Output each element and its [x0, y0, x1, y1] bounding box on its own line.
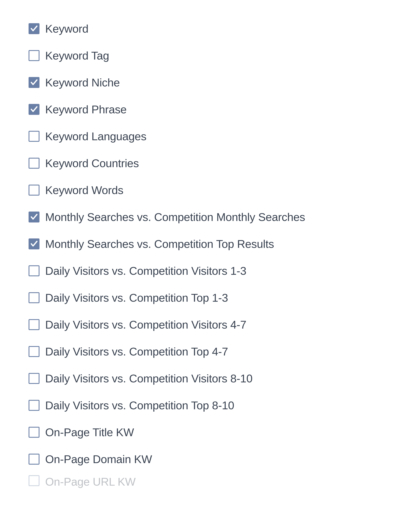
checkbox-checked-icon[interactable]	[29, 239, 39, 249]
checkbox-label: Keyword	[45, 22, 88, 35]
checkbox-checked-icon[interactable]	[29, 77, 39, 88]
checkbox-label: Keyword Tag	[45, 49, 109, 62]
checkbox-checked-icon[interactable]	[29, 212, 39, 223]
checkbox-unchecked-icon[interactable]	[29, 185, 39, 196]
checkbox-row[interactable]: Daily Visitors vs. Competition Top 4-7	[29, 338, 420, 365]
checkbox-row[interactable]: Monthly Searches vs. Competition Top Res…	[29, 230, 420, 257]
checkbox-unchecked-icon[interactable]	[29, 454, 39, 465]
checkbox-label: Daily Visitors vs. Competition Visitors …	[45, 372, 253, 385]
checkbox-label: Keyword Words	[45, 184, 123, 197]
checkbox-label: Daily Visitors vs. Competition Top 1-3	[45, 291, 228, 304]
checkbox-row[interactable]: On-Page Title KW	[29, 419, 420, 446]
checkbox-row[interactable]: Keyword Countries	[29, 150, 420, 177]
checkbox-unchecked-icon[interactable]	[29, 319, 39, 330]
checkbox-checked-icon[interactable]	[29, 23, 39, 34]
checkbox-row[interactable]: Keyword Phrase	[29, 96, 420, 123]
checkbox-row[interactable]: Keyword Languages	[29, 123, 420, 150]
checkbox-unchecked-icon[interactable]	[29, 158, 39, 169]
checkbox-unchecked-icon[interactable]	[29, 265, 39, 276]
checkbox-unchecked-icon[interactable]	[29, 131, 39, 142]
checkbox-unchecked-icon[interactable]	[29, 475, 39, 486]
checkbox-label: On-Page Title KW	[45, 426, 134, 439]
checkbox-row[interactable]: Keyword Tag	[29, 42, 420, 69]
checkbox-label: Daily Visitors vs. Competition Visitors …	[45, 318, 246, 331]
checkbox-unchecked-icon[interactable]	[29, 427, 39, 438]
checkbox-row[interactable]: Keyword Words	[29, 177, 420, 203]
checkbox-label: Keyword Niche	[45, 76, 120, 89]
checkbox-label: Keyword Languages	[45, 130, 146, 143]
checkbox-unchecked-icon[interactable]	[29, 292, 39, 303]
checkbox-label: Daily Visitors vs. Competition Visitors …	[45, 264, 246, 277]
checkbox-label: Daily Visitors vs. Competition Top 8-10	[45, 399, 234, 412]
checkbox-row[interactable]: Monthly Searches vs. Competition Monthly…	[29, 203, 420, 230]
checkbox-label: Monthly Searches vs. Competition Monthly…	[45, 210, 305, 224]
checkbox-row[interactable]: On-Page Domain KW	[29, 446, 420, 472]
checkbox-unchecked-icon[interactable]	[29, 373, 39, 384]
checkbox-label: On-Page Domain KW	[45, 453, 152, 466]
checkbox-label: Keyword Countries	[45, 157, 139, 170]
checkbox-row[interactable]: Daily Visitors vs. Competition Visitors …	[29, 257, 420, 284]
checkbox-label: On-Page URL KW	[45, 475, 135, 488]
checkbox-row[interactable]: Keyword Niche	[29, 69, 420, 96]
checkbox-row[interactable]: Daily Visitors vs. Competition Top 1-3	[29, 284, 420, 311]
checkbox-row[interactable]: Daily Visitors vs. Competition Visitors …	[29, 365, 420, 392]
checkbox-row[interactable]: Daily Visitors vs. Competition Visitors …	[29, 311, 420, 338]
checkbox-label: Daily Visitors vs. Competition Top 4-7	[45, 345, 228, 358]
checkbox-label: Monthly Searches vs. Competition Top Res…	[45, 238, 274, 250]
checkbox-label: Keyword Phrase	[45, 103, 127, 116]
checkbox-unchecked-icon[interactable]	[29, 346, 39, 357]
checkbox-unchecked-icon[interactable]	[29, 400, 39, 411]
checkbox-list: KeywordKeyword TagKeyword NicheKeyword P…	[29, 15, 420, 489]
checkbox-row[interactable]: Keyword	[29, 15, 420, 42]
checkbox-checked-icon[interactable]	[29, 104, 39, 115]
checkbox-row[interactable]: Daily Visitors vs. Competition Top 8-10	[29, 392, 420, 419]
checkbox-row[interactable]: On-Page URL KW	[29, 472, 420, 489]
checkbox-unchecked-icon[interactable]	[29, 50, 39, 61]
